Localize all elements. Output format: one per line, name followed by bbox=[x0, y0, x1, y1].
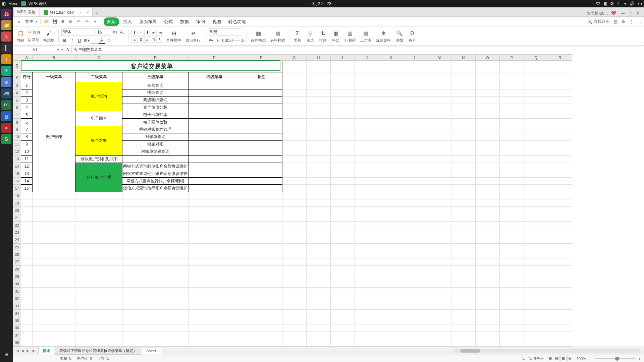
wifi-icon[interactable]: ▾ bbox=[624, 1, 626, 6]
open-icon[interactable]: 📂 bbox=[43, 18, 50, 25]
sheet-next-icon[interactable]: ▶ bbox=[25, 349, 30, 353]
sheet-prev-icon[interactable]: ◀ bbox=[20, 349, 25, 353]
row-header[interactable]: 30 bbox=[13, 280, 21, 288]
downloads-icon[interactable]: ⬇ bbox=[1, 54, 11, 64]
scrollbar-thumb[interactable] bbox=[460, 349, 480, 353]
camera-icon[interactable]: ▣ bbox=[603, 1, 607, 6]
menu-more-icon[interactable]: ⋮ bbox=[629, 19, 633, 24]
menu-start[interactable]: 开始 bbox=[104, 17, 119, 26]
row-header[interactable]: 7 bbox=[13, 111, 21, 119]
row-header[interactable]: 23 bbox=[13, 229, 21, 236]
menu-review[interactable]: 审阅 bbox=[193, 17, 208, 26]
command-search[interactable]: 🔍 查找命令 bbox=[587, 19, 610, 24]
cond-format-button[interactable]: ▦条件格式 bbox=[250, 29, 267, 43]
moon-icon[interactable]: ☾ bbox=[617, 1, 621, 6]
sync-icon[interactable]: ⟳ bbox=[1, 66, 11, 76]
bluegrid-icon[interactable]: ▦ bbox=[1, 111, 11, 121]
decrease-font-icon[interactable]: A↓ bbox=[119, 29, 126, 36]
row-header[interactable]: 11 bbox=[13, 140, 21, 148]
view-normal-icon[interactable]: ▦ bbox=[547, 356, 553, 361]
merge-across-icon[interactable]: ⇆ bbox=[151, 37, 157, 43]
menu-view[interactable]: 视图 bbox=[209, 17, 224, 26]
view-pagelayout-icon[interactable]: ▤ bbox=[554, 356, 560, 361]
find-button[interactable]: 🔍查找 bbox=[394, 29, 405, 43]
rowcol-button[interactable]: ▥行和列 bbox=[343, 29, 357, 43]
row-header[interactable]: 34 bbox=[13, 310, 21, 317]
col-header[interactable]: B bbox=[33, 55, 75, 61]
select-all-corner[interactable] bbox=[13, 55, 21, 61]
add-sheet-button[interactable]: + bbox=[162, 348, 172, 354]
row-header[interactable]: 32 bbox=[13, 295, 21, 302]
row-header[interactable]: 36 bbox=[13, 324, 21, 332]
row-header[interactable]: 21 bbox=[13, 214, 21, 222]
row-header[interactable]: 22 bbox=[13, 222, 21, 229]
col-header[interactable]: G bbox=[282, 55, 307, 61]
zoom-slider[interactable] bbox=[595, 358, 635, 359]
col-header[interactable]: F bbox=[240, 55, 282, 61]
zoom-in-button[interactable]: + bbox=[639, 357, 641, 361]
save-icon[interactable]: 💾 bbox=[51, 18, 58, 25]
menu-insert[interactable]: 插入 bbox=[120, 17, 135, 26]
row-header[interactable]: 20 bbox=[13, 207, 21, 214]
format-painter-button[interactable]: 🖌 格式刷 bbox=[42, 29, 56, 43]
row-header[interactable]: 5 bbox=[13, 97, 21, 104]
col-header[interactable]: M bbox=[427, 55, 451, 61]
col-header[interactable]: P bbox=[500, 55, 524, 61]
column-headers[interactable]: A B C D E F G H I J K L M N O P Q bbox=[13, 55, 572, 61]
undo-icon[interactable]: ↶ bbox=[75, 18, 82, 25]
close-window-button[interactable]: ✕ bbox=[635, 10, 641, 16]
noteapp-icon[interactable]: ✎ bbox=[1, 32, 11, 42]
col-header[interactable]: R bbox=[548, 55, 572, 61]
wps-s-icon[interactable]: S bbox=[1, 134, 11, 144]
file-menu[interactable]: 文件 bbox=[24, 18, 35, 25]
row-header[interactable]: 28 bbox=[13, 265, 21, 273]
col-header[interactable]: K bbox=[379, 55, 403, 61]
sort-button[interactable]: ⇅排序 bbox=[318, 29, 328, 43]
spreadsheet-grid[interactable]: A B C D E F G H I J K L M N O P Q bbox=[13, 54, 644, 347]
tab-menu-icon[interactable]: ⋮ bbox=[78, 10, 83, 15]
orientation-icon[interactable]: ↻ bbox=[157, 37, 163, 43]
print-icon[interactable]: 🖶 bbox=[59, 18, 66, 25]
row-header[interactable]: 15 bbox=[13, 170, 21, 177]
col-header[interactable]: J bbox=[355, 55, 379, 61]
underline-button[interactable]: U bbox=[76, 37, 83, 44]
align-right-icon[interactable]: ≡ bbox=[144, 37, 150, 43]
dec-decimal-icon[interactable]: ←.0 bbox=[237, 37, 244, 44]
row-header[interactable]: 12 bbox=[13, 148, 21, 155]
col-header[interactable]: Q bbox=[524, 55, 548, 61]
row-header[interactable]: 14 bbox=[13, 163, 21, 170]
percent-icon[interactable]: % bbox=[215, 37, 222, 44]
number-format-combo[interactable]: 常规 bbox=[208, 28, 241, 36]
sheet-tab-normal[interactable]: 普通 bbox=[38, 347, 54, 355]
filter-button[interactable]: ▽筛选 bbox=[305, 29, 316, 43]
row-header[interactable]: 37 bbox=[13, 331, 21, 339]
sheet-first-icon[interactable]: ⏮ bbox=[15, 349, 19, 353]
col-header[interactable]: C bbox=[75, 55, 122, 61]
increase-font-icon[interactable]: A↑ bbox=[112, 29, 118, 36]
row-header[interactable]: 2 bbox=[13, 72, 21, 82]
col-header[interactable]: L bbox=[403, 55, 427, 61]
ws-icon[interactable]: WS bbox=[1, 88, 11, 99]
zoom-out-button[interactable]: − bbox=[589, 357, 591, 361]
settings1-icon[interactable]: ▤ bbox=[614, 19, 618, 24]
menu-formula[interactable]: 公式 bbox=[161, 17, 176, 26]
comma-icon[interactable]: 000 bbox=[222, 37, 229, 44]
inc-decimal-icon[interactable]: .0→ bbox=[230, 37, 236, 44]
chromium-icon[interactable]: ◉ bbox=[1, 77, 11, 87]
col-header[interactable]: D bbox=[122, 55, 189, 61]
view-reading-icon[interactable]: 👁 bbox=[567, 356, 573, 361]
paste-group[interactable]: 📋 粘贴 bbox=[15, 29, 26, 43]
row-header[interactable]: 35 bbox=[13, 317, 21, 324]
table-style-button[interactable]: ▤表格样式 bbox=[269, 29, 286, 43]
freeze-button[interactable]: ❄冻结窗格 bbox=[375, 29, 392, 43]
sum-button[interactable]: Σ求和 bbox=[292, 29, 303, 43]
sheet-tab-long[interactable]: 管模式下管理经办和管理复核登录菜单（待定） bbox=[55, 347, 141, 355]
file-menu-dropdown-icon[interactable]: ▾ bbox=[36, 20, 38, 23]
collapse-ribbon-icon[interactable]: ︿ bbox=[637, 19, 641, 24]
row-header[interactable]: 6 bbox=[13, 104, 21, 111]
row-header[interactable]: 10 bbox=[13, 133, 21, 141]
italic-button[interactable]: I bbox=[69, 37, 75, 44]
row-header[interactable]: 4 bbox=[13, 89, 21, 97]
backup-icon[interactable]: ☑ bbox=[522, 356, 526, 361]
firefox-icon[interactable]: 🦊 bbox=[1, 9, 11, 19]
